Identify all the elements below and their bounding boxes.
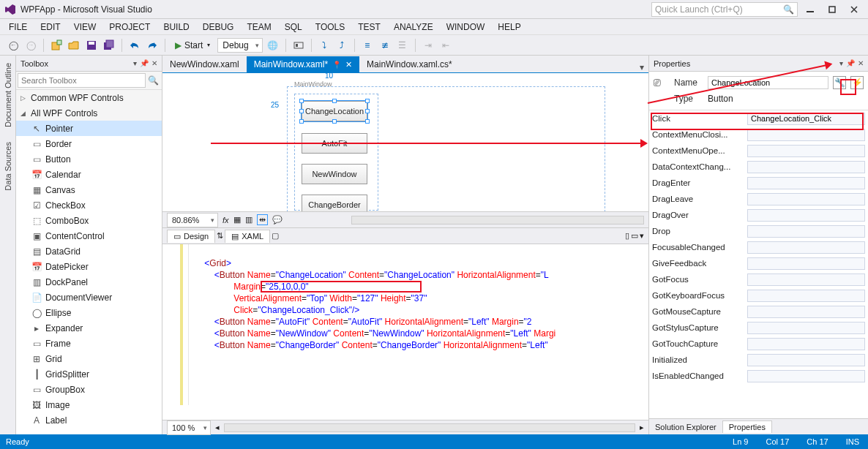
h-scrollbar[interactable]	[224, 423, 635, 432]
doc-tabs-dropdown-icon[interactable]: ▾	[635, 62, 648, 72]
event-handler-input[interactable]	[747, 273, 865, 286]
event-handler-input[interactable]	[747, 354, 865, 366]
toolbox-item-groupbox[interactable]: ▭GroupBox	[16, 382, 162, 397]
menu-tools[interactable]: TOOLS	[310, 20, 351, 34]
event-handler-input[interactable]	[747, 145, 865, 157]
config-combo[interactable]: Debug	[217, 38, 262, 53]
open-file-button[interactable]	[67, 38, 81, 53]
effects-icon[interactable]: 💬	[272, 215, 283, 224]
toolbox-item-datepicker[interactable]: 📅DatePicker	[16, 259, 162, 274]
toolbox-search-input[interactable]	[18, 73, 146, 88]
fx-icon[interactable]: fx	[222, 216, 229, 224]
undo-button[interactable]	[127, 38, 142, 53]
maximize-button[interactable]	[823, 2, 842, 17]
uncomment-button[interactable]: ≢	[378, 38, 392, 53]
menu-window[interactable]: WINDOW	[441, 20, 491, 34]
snaplines-icon[interactable]: ⇹	[257, 214, 268, 225]
toolbox-item-combobox[interactable]: ⬚ComboBox	[16, 213, 162, 228]
menu-file[interactable]: FILE	[3, 20, 33, 34]
outdent-button[interactable]: ⇤	[438, 38, 453, 53]
event-handler-input[interactable]	[747, 338, 865, 350]
tab-solution-explorer[interactable]: Solution Explorer	[649, 421, 722, 433]
event-handler-input[interactable]	[747, 193, 865, 205]
collapse-icon[interactable]: ▾	[640, 231, 644, 241]
event-handler-input[interactable]	[747, 290, 865, 302]
nav-forward-button[interactable]: ◯→	[23, 38, 38, 53]
scroll-right-icon[interactable]: ▸	[640, 423, 644, 432]
event-handler-input[interactable]	[747, 161, 865, 173]
doc-tab[interactable]: MainWindow.xaml.cs*	[359, 56, 460, 72]
toolbox-item-checkbox[interactable]: ☑CheckBox	[16, 197, 162, 213]
new-project-button[interactable]	[49, 38, 64, 53]
toolbox-item-canvas[interactable]: ▦Canvas	[16, 182, 162, 197]
dropdown-icon[interactable]: ▾	[839, 59, 843, 67]
toolbox-item-ellipse[interactable]: ◯Ellipse	[16, 305, 162, 320]
event-handler-input[interactable]	[747, 129, 865, 141]
redo-button[interactable]	[145, 38, 160, 53]
toolbox-item-gridsplitter[interactable]: ┃GridSplitter	[16, 366, 162, 382]
indent-button[interactable]: ⇥	[421, 38, 435, 53]
process-button[interactable]	[291, 38, 306, 53]
toolbox-item-border[interactable]: ▭Border	[16, 136, 162, 151]
design-button-changelocation[interactable]: ChangeLocation	[302, 101, 367, 121]
event-handler-input[interactable]	[747, 209, 865, 222]
event-handler-input[interactable]	[747, 257, 865, 270]
menu-view[interactable]: VIEW	[68, 20, 102, 34]
close-icon[interactable]: ✕	[345, 60, 352, 69]
toolbox-item-label[interactable]: ALabel	[16, 412, 162, 428]
menu-team[interactable]: TEAM	[241, 20, 277, 34]
close-button[interactable]	[845, 2, 864, 17]
dropdown-icon[interactable]: ▾	[133, 59, 137, 67]
design-window[interactable]: MainWindow ChangeLocation AutoFit NewWin…	[287, 80, 605, 212]
grid-icon[interactable]: ▦	[233, 215, 241, 224]
start-debug-button[interactable]: ▶Start▾	[171, 38, 214, 53]
toolbox-item-pointer[interactable]: ↖Pointer	[16, 121, 162, 136]
h-scrollbar[interactable]	[351, 216, 644, 224]
event-handler-input[interactable]	[747, 241, 865, 254]
pin-icon[interactable]: 📌	[846, 59, 855, 67]
quick-launch-input[interactable]: Quick Launch (Ctrl+Q) 🔍	[651, 2, 798, 17]
menu-analyze[interactable]: ANALYZE	[388, 20, 439, 34]
zoom-combo[interactable]: 80.86%	[167, 213, 218, 227]
save-button[interactable]	[84, 38, 99, 53]
tab-properties[interactable]: Properties	[722, 420, 772, 433]
tab-xaml[interactable]: ▤XAML	[225, 230, 270, 243]
toolbox-item-contentcontrol[interactable]: ▣ContentControl	[16, 228, 162, 244]
close-icon[interactable]: ✕	[151, 59, 157, 67]
toolbox-item-button[interactable]: ▭Button	[16, 151, 162, 167]
step-over-button[interactable]: ⤴	[334, 38, 349, 53]
doc-tab[interactable]: MainWindow.xaml*📍✕	[247, 56, 359, 72]
toolbox-item-image[interactable]: 🖼Image	[16, 397, 162, 412]
close-icon[interactable]: ✕	[858, 59, 864, 67]
event-handler-input[interactable]	[747, 225, 865, 238]
toolbox-category[interactable]: ▷Common WPF Controls	[16, 90, 162, 105]
menu-sql[interactable]: SQL	[279, 20, 308, 34]
comment-button[interactable]: ≡	[360, 38, 375, 53]
menu-build[interactable]: BUILD	[157, 20, 195, 34]
nav-back-button[interactable]: ◯←	[6, 38, 20, 53]
save-all-button[interactable]	[102, 38, 116, 53]
event-handler-input[interactable]	[747, 306, 865, 318]
pin-icon[interactable]: 📍	[332, 61, 341, 69]
scroll-left-icon[interactable]: ◂	[215, 423, 220, 432]
code-zoom-combo[interactable]: 100 %	[167, 420, 211, 435]
tab-document-outline[interactable]: Document Outline	[2, 59, 14, 132]
split-h-icon[interactable]: ▭	[631, 231, 638, 241]
event-handler-input[interactable]	[747, 322, 865, 334]
minimize-button[interactable]	[801, 2, 820, 17]
menu-help[interactable]: HELP	[492, 20, 526, 34]
toolbox-item-grid[interactable]: ⊞Grid	[16, 351, 162, 366]
menu-debug[interactable]: DEBUG	[197, 20, 240, 34]
popout-icon[interactable]: ▢	[272, 231, 279, 241]
design-button-changeborder[interactable]: ChangeBorder	[302, 195, 367, 212]
browser-button[interactable]: 🌐	[266, 38, 280, 53]
bookmark-button[interactable]: ☰	[395, 38, 410, 53]
menu-test[interactable]: TEST	[352, 20, 386, 34]
tab-design[interactable]: ▭Design	[167, 230, 215, 243]
event-handler-input[interactable]	[747, 177, 865, 189]
event-handler-input[interactable]	[747, 370, 865, 382]
tab-data-sources[interactable]: Data Sources	[2, 137, 14, 195]
toolbox-item-frame[interactable]: ▭Frame	[16, 336, 162, 351]
toolbox-item-dockpanel[interactable]: ▥DockPanel	[16, 274, 162, 290]
split-v-icon[interactable]: ▯	[625, 231, 629, 241]
